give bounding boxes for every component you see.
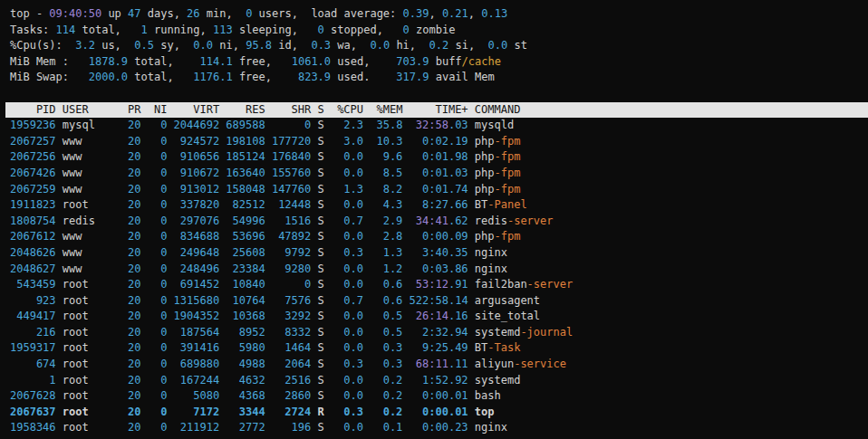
state-cell: S xyxy=(317,197,323,214)
time-fraction: .35 xyxy=(448,246,468,259)
summary-segment: free, xyxy=(233,55,272,68)
summary-segment: 0.3 xyxy=(311,39,331,52)
summary-segment: 1878.9 xyxy=(69,55,128,68)
virt-cell: 910672 xyxy=(174,166,220,182)
virt-cell: 910656 xyxy=(174,149,220,166)
pr-cell: 20 xyxy=(121,166,141,182)
command-suffix: -service xyxy=(514,358,566,370)
state-cell: S xyxy=(317,214,323,230)
summary-segment: wa, xyxy=(331,39,370,52)
mem-cell: 8.2 xyxy=(370,182,402,198)
pr-cell: 20 xyxy=(121,293,141,310)
time-cell: 0:00.23 xyxy=(410,420,468,436)
column-header-shr: SHR xyxy=(272,102,311,119)
summary-segment: total, xyxy=(128,55,174,68)
time-cell: 522:58.14 xyxy=(410,293,468,310)
summary-segment: 0.0 xyxy=(488,39,508,52)
command-base: systemd xyxy=(475,326,521,339)
shr-cell: 9280 xyxy=(272,262,311,278)
command-cell: systemd xyxy=(475,373,868,389)
summary-segment: 0 xyxy=(403,24,410,36)
time-fraction: .03 xyxy=(448,167,468,179)
mem-cell: 2.9 xyxy=(370,214,402,230)
res-cell: 198108 xyxy=(226,134,265,150)
time-cell: 0:02.19 xyxy=(410,134,468,150)
process-row: 2067256 www 20 0 910656 185124 176840 S … xyxy=(10,149,868,166)
shr-cell: 1516 xyxy=(272,214,311,230)
pr-cell: 20 xyxy=(121,149,141,166)
user-cell: redis xyxy=(63,214,115,230)
command-cell: php-fpm xyxy=(475,149,868,166)
pid-cell: 449417 xyxy=(10,309,56,325)
ni-cell: 0 xyxy=(148,325,168,341)
summary-line-4: MiB Mem : 1878.9 total, 114.1 free, 1061… xyxy=(10,54,868,71)
mem-cell: 0.6 xyxy=(370,293,402,310)
shr-cell: 1464 xyxy=(272,340,311,357)
summary-segment: 0.5 xyxy=(134,39,154,52)
state-cell: S xyxy=(317,229,323,245)
process-table: 1959236 mysql 20 0 2044692 689588 0 S 2.… xyxy=(10,118,868,436)
ni-cell: 0 xyxy=(148,229,168,245)
pr-cell: 20 xyxy=(121,357,141,373)
time-main: 2:32 xyxy=(422,326,448,339)
command-suffix: -fpm xyxy=(495,135,521,148)
user-cell: www xyxy=(63,229,115,245)
time-main: 68:11 xyxy=(416,358,448,370)
time-cell: 3:40.35 xyxy=(410,245,468,262)
time-cell: 32:58.03 xyxy=(410,118,468,134)
summary-segment: sleeping, xyxy=(233,24,318,36)
summary-segment: 1061.0 xyxy=(272,55,331,68)
pr-cell: 20 xyxy=(121,262,141,278)
pid-cell: 1808754 xyxy=(10,214,56,230)
pid-cell: 2067628 xyxy=(10,388,56,405)
state-cell: R xyxy=(317,405,323,421)
res-cell: 54996 xyxy=(226,214,265,230)
state-cell: S xyxy=(317,325,323,341)
summary-segment: 0.0 xyxy=(193,39,213,52)
command-suffix: -fpm xyxy=(495,167,521,179)
summary-segment: up xyxy=(101,7,128,20)
cpu-cell: 1.3 xyxy=(331,182,363,198)
state-cell: S xyxy=(317,357,323,373)
virt-cell: 337820 xyxy=(174,197,220,214)
summary-segment: total, xyxy=(128,71,174,83)
pid-cell: 674 xyxy=(10,357,56,373)
mem-cell: 0.3 xyxy=(370,340,402,357)
cpu-cell: 0.0 xyxy=(331,309,363,325)
mem-cell: 0.1 xyxy=(370,420,402,436)
summary-segment: MiB Swap: xyxy=(10,71,69,83)
time-fraction: .94 xyxy=(448,326,468,339)
summary-segment: 114 xyxy=(56,24,76,36)
ni-cell: 0 xyxy=(148,277,168,293)
pid-cell: 923 xyxy=(10,293,56,310)
user-cell: root xyxy=(63,373,115,389)
time-main: 0:01 xyxy=(422,183,448,196)
shr-cell: 2724 xyxy=(272,405,311,421)
command-cell: nginx xyxy=(475,262,868,278)
user-cell: www xyxy=(63,166,115,182)
time-main: 3:40 xyxy=(422,246,448,259)
column-header-res: RES xyxy=(226,102,265,119)
summary-segment: avail Mem xyxy=(429,71,494,83)
process-row: 1911823 root 20 0 337820 82512 12448 S 0… xyxy=(10,197,868,214)
command-suffix: -server xyxy=(527,278,574,291)
ni-cell: 0 xyxy=(148,214,168,230)
command-base: fail2ban xyxy=(475,278,527,291)
state-cell: S xyxy=(317,134,323,150)
terminal-window[interactable]: top - 09:40:50 up 47 days, 26 min, 0 use… xyxy=(0,0,868,436)
ni-cell: 0 xyxy=(148,420,168,436)
pr-cell: 20 xyxy=(121,229,141,245)
time-main: 0:02 xyxy=(422,135,448,148)
user-cell: root xyxy=(63,277,115,293)
mem-cell: 10.3 xyxy=(370,134,402,150)
user-cell: www xyxy=(63,149,115,166)
column-header-pid: PID xyxy=(10,102,56,119)
virt-cell: 913012 xyxy=(174,182,220,198)
user-cell: root xyxy=(63,309,115,325)
summary-segment: users, load average: xyxy=(252,7,402,20)
virt-cell: 249648 xyxy=(174,245,220,262)
virt-cell: 834688 xyxy=(174,229,220,245)
ni-cell: 0 xyxy=(148,388,168,405)
command-suffix: -server xyxy=(507,215,554,227)
time-fraction: .23 xyxy=(448,421,468,434)
